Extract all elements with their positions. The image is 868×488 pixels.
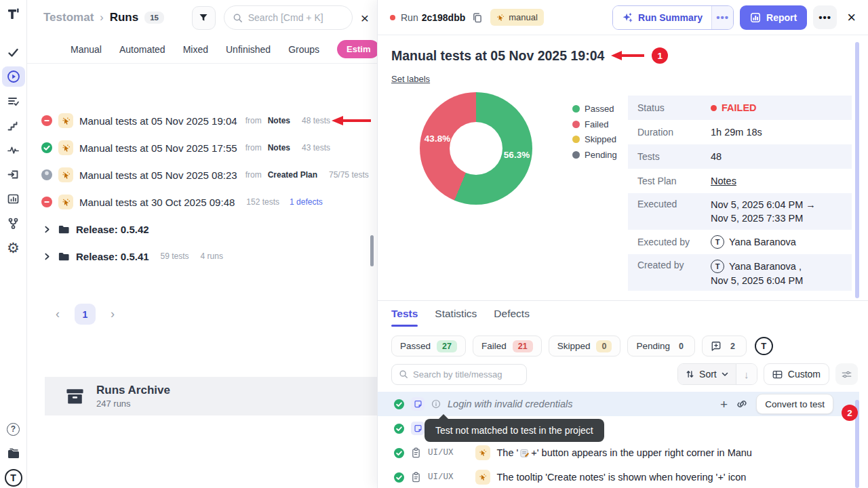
branch-nav-icon[interactable] (2, 213, 25, 233)
test-tag: UI/UX (428, 448, 454, 458)
tab-defects[interactable]: Defects (494, 308, 530, 327)
unmatched-tooltip: Test not matched to test in the project (425, 419, 604, 442)
clipboard-icon (411, 447, 421, 458)
tests-search-input[interactable] (413, 369, 515, 380)
test-row[interactable]: UI/UX The tooltip 'Create notes' is show… (378, 465, 859, 488)
executed-range-end: Nov 5, 2025 7:33 PM (711, 213, 816, 224)
runs-header: Testomat › Runs 15 × (27, 0, 377, 35)
tab-groups[interactable]: Groups (288, 44, 319, 55)
run-row[interactable]: Manual tests at 30 Oct 2025 09:48 152 te… (27, 188, 377, 216)
release-folder-row[interactable]: Release: 0.5.41 59 tests 4 runs (27, 243, 377, 270)
pending-chip-label: Pending (636, 341, 670, 351)
manual-test-icon (475, 470, 490, 485)
testomat-logo-icon[interactable] (2, 4, 25, 24)
assignee-avatar-filter[interactable]: T (755, 337, 773, 355)
runs-search[interactable] (224, 5, 353, 30)
help-icon[interactable]: ? (2, 419, 25, 439)
tab-unfinished[interactable]: Unfinished (226, 44, 271, 55)
search-input[interactable] (248, 12, 336, 23)
run-summary-button[interactable]: Run Summary (613, 6, 711, 29)
more-actions-button[interactable]: ••• (813, 5, 837, 29)
tab-statistics[interactable]: Statistics (435, 308, 477, 327)
copy-icon[interactable] (472, 12, 482, 23)
pending-filter-chip[interactable]: Pending0 (627, 336, 695, 357)
folder-tests-count: 59 tests (161, 251, 189, 261)
run-defects-link[interactable]: 1 defects (290, 197, 323, 207)
tab-manual[interactable]: Manual (71, 44, 102, 55)
projects-folder-icon[interactable] (2, 443, 25, 464)
view-settings-button[interactable] (835, 363, 858, 385)
in-progress-status-icon (41, 169, 52, 180)
link-icon[interactable] (736, 399, 747, 409)
run-from-source[interactable]: Notes (268, 143, 290, 152)
folder-title[interactable]: Release: 0.5.42 (76, 224, 149, 235)
test-plan-link[interactable]: Notes (711, 176, 736, 186)
detail-close-icon[interactable]: × (847, 10, 856, 25)
run-title[interactable]: Manual tests at 05 Nov 2025 08:23 (79, 169, 237, 181)
filter-button[interactable] (192, 6, 216, 30)
release-folder-row[interactable]: Release: 0.5.42 (27, 216, 377, 243)
test-title[interactable]: Login with invalid credentials (448, 399, 573, 409)
passed-status-icon (41, 142, 52, 153)
tab-tests[interactable]: Tests (391, 308, 418, 327)
test-row[interactable]: UI/UX The ' +' button appears in the upp… (378, 441, 859, 465)
detail-scrollbar[interactable] (855, 42, 859, 298)
tab-estimate-badge[interactable]: Estim (337, 40, 377, 58)
sort-button[interactable]: Sort (678, 364, 736, 384)
runs-nav-icon[interactable] (2, 66, 25, 87)
run-row[interactable]: Manual tests at 05 Nov 2025 19:04 from N… (27, 107, 377, 134)
report-button[interactable]: Report (740, 5, 807, 30)
folder-title[interactable]: Release: 0.5.41 (76, 251, 149, 262)
set-labels-link[interactable]: Set labels (391, 74, 430, 84)
runs-archive-item[interactable]: Runs Archive 247 runs (45, 377, 377, 415)
milestones-nav-icon[interactable] (2, 115, 25, 136)
comments-filter-chip[interactable]: 2 (702, 336, 747, 357)
run-from-source[interactable]: Notes (268, 116, 290, 125)
settings-nav-icon[interactable]: ⚙ (2, 237, 25, 258)
next-page-icon[interactable]: › (106, 307, 119, 321)
test-title[interactable]: The tooltip 'Create notes' is shown when… (497, 472, 747, 483)
left-scrollbar[interactable] (370, 235, 374, 266)
plans-nav-icon[interactable] (2, 91, 25, 111)
run-info-table: Status FAILED Duration 1h 29m 18s Tests … (628, 96, 852, 291)
user-avatar[interactable]: T (2, 468, 25, 488)
breadcrumb-section[interactable]: Runs (110, 11, 139, 24)
sliders-icon (842, 370, 852, 379)
import-nav-icon[interactable] (2, 164, 25, 184)
sort-direction-button[interactable]: ↓ (736, 364, 757, 384)
run-row[interactable]: Manual tests at 05 Nov 2025 17:55 from N… (27, 134, 377, 161)
breadcrumb-app[interactable]: Testomat (43, 11, 94, 24)
failed-filter-chip[interactable]: Failed21 (473, 336, 542, 357)
analytics-nav-icon[interactable] (2, 188, 25, 209)
chevron-right-icon[interactable] (43, 252, 52, 261)
tab-mixed[interactable]: Mixed (183, 44, 208, 55)
add-icon[interactable]: + (720, 398, 728, 411)
convert-to-test-button[interactable]: Convert to test (756, 394, 833, 414)
test-plan-label: Test Plan (637, 176, 711, 186)
passed-filter-chip[interactable]: Passed27 (391, 336, 466, 357)
tab-automated[interactable]: Automated (119, 44, 165, 55)
run-title[interactable]: Manual tests at 05 Nov 2025 19:04 (79, 115, 237, 127)
run-title[interactable]: Manual tests at 30 Oct 2025 09:48 (79, 197, 235, 208)
pulse-nav-icon[interactable] (2, 140, 25, 160)
run-summary-more-button[interactable]: ••• (711, 6, 733, 29)
skipped-filter-chip[interactable]: Skipped0 (549, 336, 621, 357)
test-row-unmatched[interactable]: Login with invalid credentials + Convert… (378, 392, 859, 416)
tests-search[interactable] (391, 364, 527, 385)
run-from-source[interactable]: Created Plan (268, 170, 317, 180)
run-row[interactable]: Manual tests at 05 Nov 2025 08:23 from C… (27, 161, 377, 188)
sort-label: Sort (699, 369, 717, 380)
prev-page-icon[interactable]: ‹ (52, 307, 64, 321)
breadcrumb-separator: › (100, 12, 103, 24)
sparkles-icon (622, 12, 633, 23)
custom-columns-button[interactable]: Custom (764, 363, 829, 385)
chevron-right-icon[interactable] (43, 225, 52, 234)
folder-icon (58, 251, 70, 262)
pagination: ‹ 1 › (27, 304, 119, 325)
panel-close-icon[interactable]: × (361, 11, 369, 25)
page-number[interactable]: 1 (75, 304, 96, 325)
clipboard-icon (411, 472, 421, 483)
test-title[interactable]: The ' +' button appears in the upper rig… (497, 447, 752, 458)
run-title[interactable]: Manual tests at 05 Nov 2025 17:55 (79, 142, 237, 154)
tests-nav-icon[interactable] (2, 42, 25, 62)
